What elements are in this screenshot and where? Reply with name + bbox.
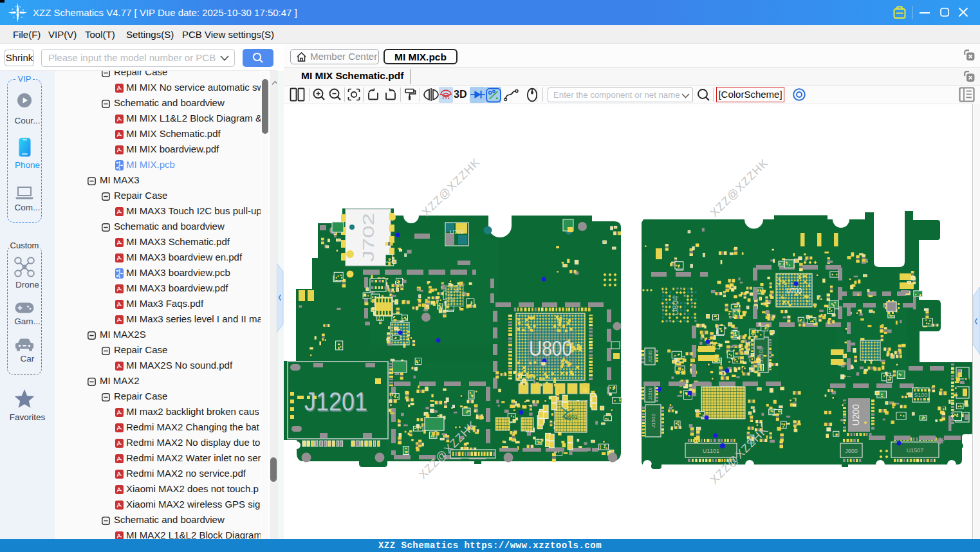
svg-text:J1510: J1510 <box>648 387 652 400</box>
svg-text:XZZ@XZZHK: XZZ@XZZHK <box>420 156 483 219</box>
svg-text:J1509: J1509 <box>648 350 652 362</box>
svg-text:U800: U800 <box>529 336 572 360</box>
svg-text:J1201: J1201 <box>304 387 367 416</box>
svg-text:J702: J702 <box>360 213 377 262</box>
svg-text:U804: U804 <box>670 295 680 315</box>
svg-text:XZZ@XZZHK: XZZ@XZZHK <box>708 156 771 219</box>
svg-text:J600: J600 <box>845 448 858 454</box>
svg-text:U709: U709 <box>450 229 464 235</box>
svg-text:U1101: U1101 <box>703 448 719 454</box>
svg-text:S100: S100 <box>914 392 927 398</box>
svg-text:U700: U700 <box>786 288 802 295</box>
svg-text:J1502: J1502 <box>651 414 656 428</box>
svg-text:U1507: U1507 <box>907 447 924 454</box>
svg-text:U200: U200 <box>851 404 861 426</box>
